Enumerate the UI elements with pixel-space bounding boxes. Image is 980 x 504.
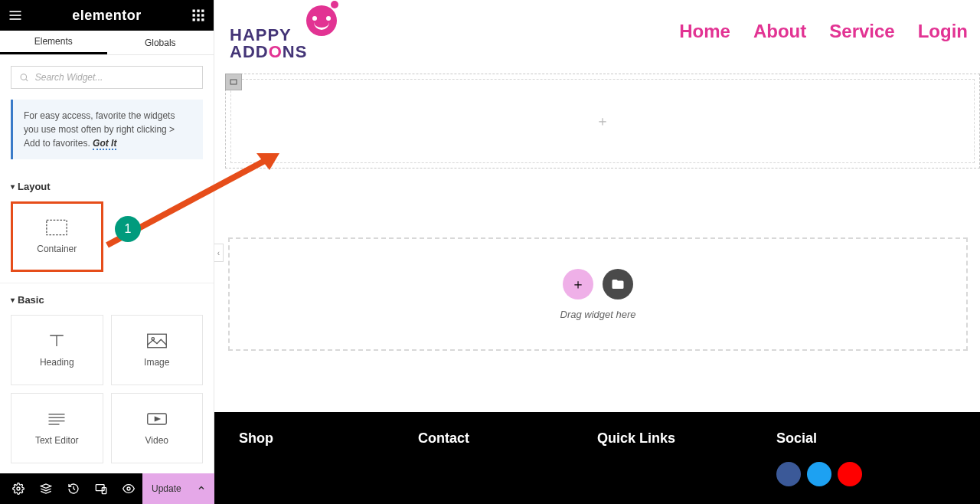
svg-rect-5 [201, 10, 204, 12]
tab-elements[interactable]: Elements [0, 31, 107, 54]
brand-title: elementor [72, 8, 142, 24]
preview-canvas: HAPPY ADDONS Home About Service Login ＋ … [214, 0, 980, 504]
svg-rect-9 [193, 18, 195, 21]
search-wrapper [0, 55, 214, 100]
svg-rect-6 [193, 14, 195, 16]
section-dropzone[interactable]: ＋ [225, 74, 980, 169]
apps-grid-icon[interactable] [191, 8, 206, 23]
search-input[interactable] [35, 72, 194, 83]
logo-face-icon [306, 5, 337, 36]
elementor-sidebar: elementor Elements Globals For easy acce… [0, 0, 214, 504]
search-icon [19, 72, 29, 83]
widget-image[interactable]: Image [111, 315, 204, 385]
section-basic-title[interactable]: Basic [11, 294, 203, 306]
add-template-button[interactable] [603, 269, 633, 299]
svg-rect-8 [201, 14, 204, 16]
widget-text-editor[interactable]: Text Editor [11, 393, 103, 463]
svg-point-26 [127, 487, 130, 490]
inner-dropzone[interactable]: ＋ [230, 79, 975, 163]
facebook-icon[interactable] [776, 462, 801, 486]
container-icon [46, 219, 67, 236]
nav-login[interactable]: Login [918, 21, 968, 42]
svg-line-13 [26, 79, 28, 80]
update-area: Update [142, 473, 215, 504]
responsive-icon[interactable] [87, 473, 115, 504]
preview-icon[interactable] [115, 473, 142, 504]
twitter-icon[interactable] [807, 462, 831, 486]
history-icon[interactable] [60, 473, 87, 504]
widget-container[interactable]: Container [11, 201, 103, 272]
widget-text-editor-label: Text Editor [35, 435, 79, 446]
search-box[interactable] [11, 66, 203, 89]
svg-rect-3 [193, 10, 195, 12]
favorites-tip: For easy access, favorite the widgets yo… [11, 100, 203, 159]
widget-video-label: Video [145, 435, 168, 446]
heading-icon [46, 332, 67, 349]
tip-got-it-link[interactable]: Got It [93, 138, 116, 150]
section-layout: Layout Container [0, 170, 214, 283]
preview-nav: Home About Service Login [679, 21, 968, 42]
empty-section-dropzone[interactable]: ＋ Drag widget here [228, 237, 968, 351]
hamburger-menu-icon[interactable] [8, 8, 23, 23]
folder-icon [611, 277, 625, 291]
logo-line2: ADDONS [230, 42, 307, 62]
preview-footer: Shop Contact Quick Links Social [214, 412, 980, 504]
svg-rect-4 [197, 10, 199, 12]
svg-rect-14 [47, 220, 67, 234]
footer-col-shop: Shop [239, 430, 418, 504]
navigator-icon[interactable] [32, 473, 60, 504]
nav-home[interactable]: Home [679, 21, 730, 42]
sidebar-footer: Update [0, 473, 214, 504]
image-icon [146, 332, 168, 349]
footer-col-social: Social [776, 430, 956, 504]
svg-rect-11 [201, 18, 204, 21]
sidebar-tabs: Elements Globals [0, 31, 214, 55]
sidebar-header: elementor [0, 0, 214, 31]
widget-heading-label: Heading [40, 357, 74, 368]
add-section-button[interactable]: ＋ [563, 269, 593, 299]
happy-addons-logo: HAPPY ADDONS [230, 5, 337, 57]
svg-rect-10 [197, 18, 199, 21]
video-icon [146, 411, 168, 427]
add-element-icon[interactable]: ＋ [596, 112, 609, 130]
update-caret-icon[interactable] [197, 483, 206, 495]
svg-rect-15 [148, 334, 167, 348]
svg-rect-27 [230, 80, 237, 84]
preview-header: HAPPY ADDONS Home About Service Login [214, 0, 980, 63]
nav-about[interactable]: About [753, 21, 806, 42]
update-button[interactable]: Update [152, 483, 181, 494]
footer-col-quicklinks: Quick Links [597, 430, 776, 504]
collapse-sidebar-icon[interactable]: ‹ [214, 244, 224, 262]
section-basic: Basic Heading Image Text Editor [0, 283, 214, 473]
widget-video[interactable]: Video [111, 393, 204, 463]
widget-heading[interactable]: Heading [11, 315, 103, 385]
drag-widget-text: Drag widget here [560, 309, 636, 320]
svg-point-12 [21, 74, 26, 80]
footer-col-contact: Contact [418, 430, 597, 504]
tab-globals[interactable]: Globals [107, 31, 214, 54]
svg-marker-22 [155, 417, 159, 421]
nav-service[interactable]: Service [829, 21, 894, 42]
section-handle-icon[interactable] [225, 74, 242, 90]
settings-icon[interactable] [5, 473, 32, 504]
annotation-step-badge: 1 [115, 216, 141, 242]
youtube-icon[interactable] [838, 462, 862, 486]
widget-container-label: Container [37, 244, 77, 254]
svg-point-23 [17, 487, 20, 490]
widget-image-label: Image [144, 357, 169, 368]
text-editor-icon [46, 411, 67, 427]
svg-rect-7 [197, 14, 199, 16]
section-layout-title[interactable]: Layout [11, 181, 203, 192]
